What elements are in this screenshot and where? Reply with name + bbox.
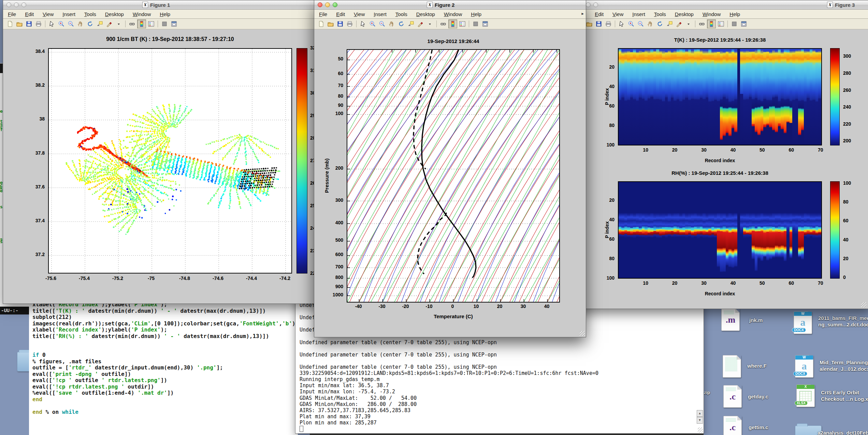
zoomin-icon[interactable] bbox=[627, 19, 636, 28]
desktop-icon-label[interactable]: getday.c bbox=[748, 393, 768, 400]
temperature-heatmap[interactable] bbox=[618, 48, 822, 145]
figure1-window[interactable]: X Figure 1 FileEditViewInsertToolsDeskto… bbox=[3, 0, 329, 304]
menu-insert[interactable]: Insert bbox=[632, 11, 645, 17]
menu-file[interactable]: File bbox=[319, 11, 327, 17]
menu-overflow-arrow[interactable]: ▸ bbox=[581, 11, 584, 16]
scroll-up-button[interactable]: ▲ bbox=[697, 410, 703, 417]
dockwin-icon[interactable] bbox=[481, 19, 490, 28]
menu-insert[interactable]: Insert bbox=[374, 11, 387, 17]
cursor-icon[interactable] bbox=[617, 19, 626, 28]
zoom-button[interactable] bbox=[21, 2, 26, 7]
dockwin-icon[interactable] bbox=[170, 19, 178, 28]
zoomin-icon[interactable] bbox=[368, 19, 377, 28]
menu-view[interactable]: View bbox=[43, 11, 54, 17]
menu-help[interactable]: Help bbox=[729, 11, 740, 17]
docksq-icon[interactable] bbox=[471, 19, 480, 28]
menu-help[interactable]: Help bbox=[160, 11, 170, 17]
menu-edit[interactable]: Edit bbox=[25, 11, 34, 17]
menu-file[interactable]: File bbox=[8, 11, 16, 17]
figure3-titlebar[interactable]: X Figure 3 bbox=[573, 0, 868, 10]
menu-window[interactable]: Window bbox=[133, 11, 151, 17]
save-icon[interactable] bbox=[336, 19, 345, 28]
terminal-resize-grip[interactable] bbox=[698, 427, 703, 433]
hand-icon[interactable] bbox=[76, 19, 85, 28]
open-icon[interactable] bbox=[15, 19, 24, 28]
caret-icon[interactable] bbox=[684, 19, 693, 28]
menu-tools[interactable]: Tools bbox=[654, 11, 666, 17]
desktop-icon-where.f[interactable] bbox=[723, 355, 741, 378]
minimize-button[interactable] bbox=[325, 2, 330, 7]
legend-icon[interactable] bbox=[147, 19, 156, 28]
datatip-icon[interactable] bbox=[95, 19, 104, 28]
figure2-titlebar[interactable]: X Figure 2 bbox=[314, 0, 586, 10]
link-icon[interactable] bbox=[439, 19, 448, 28]
print-icon[interactable] bbox=[604, 19, 613, 28]
humidity-heatmap[interactable] bbox=[618, 181, 822, 279]
menu-desktop[interactable]: Desktop bbox=[105, 11, 124, 17]
menu-view[interactable]: View bbox=[612, 11, 623, 17]
figure1-window-controls[interactable] bbox=[6, 2, 26, 7]
brush-icon[interactable] bbox=[416, 19, 425, 28]
zoomin-icon[interactable] bbox=[57, 19, 66, 28]
figure2-window[interactable]: X Figure 2 FileEditViewInsertToolsDeskto… bbox=[314, 0, 586, 337]
print-icon[interactable] bbox=[345, 19, 354, 28]
figure3-window[interactable]: X Figure 3 FileEditViewInsertToolsDeskto… bbox=[573, 0, 868, 309]
figure2-resize-grip[interactable] bbox=[580, 331, 585, 336]
desktop-icon-label[interactable]: gettim.c bbox=[749, 424, 768, 431]
desktop-icon-getday.c[interactable]: .c bbox=[723, 385, 742, 408]
cursor-icon[interactable] bbox=[359, 19, 367, 28]
rotate-icon[interactable] bbox=[397, 19, 406, 28]
figure3-resize-grip[interactable] bbox=[861, 302, 866, 307]
new-icon[interactable] bbox=[5, 19, 14, 28]
print-icon[interactable] bbox=[34, 19, 43, 28]
brush-icon[interactable] bbox=[105, 19, 114, 28]
menu-desktop[interactable]: Desktop bbox=[416, 11, 435, 17]
caret-icon[interactable] bbox=[425, 19, 434, 28]
menu-tools[interactable]: Tools bbox=[395, 11, 407, 17]
link-icon[interactable] bbox=[697, 19, 706, 28]
rotate-icon[interactable] bbox=[86, 19, 95, 28]
open-icon[interactable] bbox=[326, 19, 335, 28]
desktop-icon-2011-bams-fir-meeti[interactable]: WaDOCX bbox=[794, 311, 812, 334]
menu-window[interactable]: Window bbox=[703, 11, 721, 17]
legend-icon[interactable] bbox=[458, 19, 467, 28]
new-icon[interactable] bbox=[317, 19, 326, 28]
dockwin-icon[interactable] bbox=[739, 19, 748, 28]
close-button[interactable] bbox=[318, 2, 322, 7]
colorbar-icon[interactable] bbox=[137, 19, 146, 28]
menu-edit[interactable]: Edit bbox=[336, 11, 345, 17]
menu-desktop[interactable]: Desktop bbox=[675, 11, 694, 17]
datatip-icon[interactable] bbox=[406, 19, 415, 28]
figure2-window-controls[interactable] bbox=[318, 2, 337, 7]
caret-icon[interactable] bbox=[114, 19, 123, 28]
zoomout-icon[interactable] bbox=[67, 19, 75, 28]
zoomout-icon[interactable] bbox=[378, 19, 387, 28]
desktop-icon-label[interactable]: where.F bbox=[747, 363, 767, 369]
minimize-button[interactable] bbox=[14, 2, 19, 7]
rotate-icon[interactable] bbox=[655, 19, 664, 28]
desktop-icon-gettim.c[interactable]: .c bbox=[723, 416, 742, 435]
desktop-icon-jnk.m[interactable]: .m bbox=[721, 308, 740, 331]
brush-icon[interactable] bbox=[675, 19, 683, 28]
datatip-icon[interactable] bbox=[665, 19, 674, 28]
legend-icon[interactable] bbox=[717, 19, 725, 28]
hand-icon[interactable] bbox=[646, 19, 655, 28]
save-icon[interactable] bbox=[25, 19, 33, 28]
cursor-icon[interactable] bbox=[47, 19, 56, 28]
zoom-button[interactable] bbox=[333, 2, 337, 7]
emacs-window-code[interactable]: xlabel('Record index');ylabel('P index')… bbox=[29, 299, 298, 435]
desktop-icon-cris-early-orbit[interactable]: XXLSX bbox=[796, 384, 815, 407]
desktop-icon-label[interactable]: Mid_Term_Planning_C alendar_J...012.docx bbox=[820, 359, 868, 372]
desktop-icon-label[interactable]: jnk.m bbox=[749, 317, 763, 323]
figure1-axes[interactable] bbox=[48, 48, 292, 273]
save-icon[interactable] bbox=[594, 19, 603, 28]
zoomout-icon[interactable] bbox=[636, 19, 645, 28]
desktop-icon-mid-term-planning-c[interactable]: WaDOCX bbox=[795, 355, 813, 378]
colorbar-icon[interactable] bbox=[448, 19, 457, 28]
menu-window[interactable]: Window bbox=[444, 11, 462, 17]
menu-view[interactable]: View bbox=[354, 11, 365, 17]
close-button[interactable] bbox=[6, 2, 11, 7]
hand-icon[interactable] bbox=[387, 19, 396, 28]
desktop-icon-label[interactable]: a2analysis_dct10Feb2 bbox=[818, 430, 868, 435]
menu-edit[interactable]: Edit bbox=[595, 11, 604, 17]
